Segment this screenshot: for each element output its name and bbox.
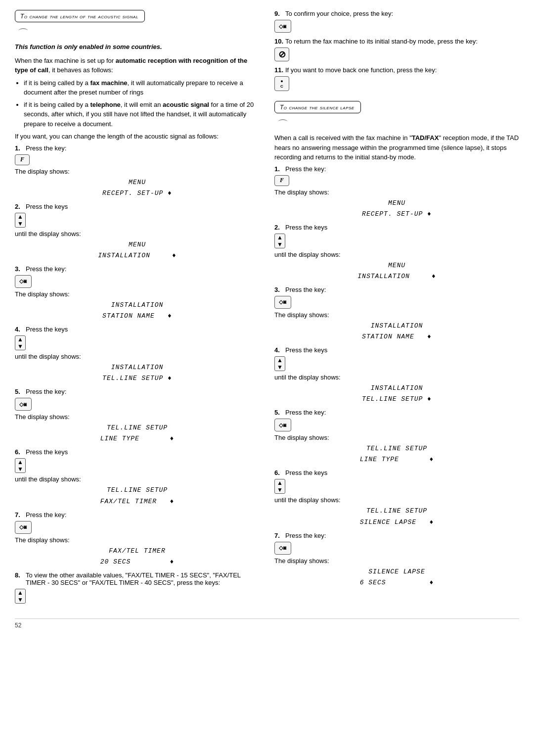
step-11-num: 11.	[274, 66, 285, 74]
arrow-updown-4[interactable]: ▲▼	[15, 589, 26, 604]
disp-3-line1: INSTALLATION	[15, 300, 260, 311]
step-10-num: 10.	[274, 38, 285, 45]
left-step-2: 2. Press the keys ▲▼ until the display s…	[15, 203, 260, 261]
step-6-row: 6. Press the keys	[15, 448, 260, 456]
r-step-3-num: 3.	[274, 286, 285, 293]
circle-key[interactable]: ⊘	[274, 47, 289, 61]
r-step-1: 1. Press the key: F The display shows: M…	[274, 165, 519, 220]
step-8-key: ▲▼	[15, 588, 260, 605]
step-5-num: 5.	[15, 388, 26, 395]
r-step-5: 5. Press the key: ◇▣ The display shows: …	[274, 409, 519, 465]
arrow-updown-1[interactable]: ▲▼	[15, 213, 26, 228]
r-step-1-display-label: The display shows:	[274, 189, 519, 196]
step-6-display: TEL.LINE SETUP FAX/TEL TIMER ♦	[15, 485, 260, 507]
step-7-key: ◇▣	[15, 520, 260, 535]
step-1-display-label: The display shows:	[15, 168, 260, 175]
left-step-5: 5. Press the key: ◇▣ The display shows: …	[15, 388, 260, 444]
r-step-2: 2. Press the keys ▲▼ until the display s…	[274, 224, 519, 282]
r-step-2-display-label: until the display shows:	[274, 251, 519, 258]
main-content: To change the length of the acoustic sig…	[15, 10, 519, 609]
r-step-3-text: Press the key:	[285, 286, 519, 293]
page-number: 52	[15, 622, 21, 629]
r-step-3-display-label: The display shows:	[274, 311, 519, 319]
stop-key[interactable]: ●C	[274, 76, 289, 91]
r-step-7-key: ◇▣	[274, 541, 519, 556]
r-diamond-key-2[interactable]: ◇▣	[274, 419, 291, 431]
right-intro: When a call is received with the fax mac…	[274, 133, 519, 162]
r-diamond-key-1[interactable]: ◇▣	[274, 296, 291, 309]
step-1-display: MENU RECEPT. SET-UP ♦	[15, 177, 260, 199]
diamond-key-3[interactable]: ◇▣	[15, 521, 32, 534]
r-step-2-num: 2.	[274, 224, 285, 231]
step-5-display-label: The display shows:	[15, 413, 260, 421]
r-step-4: 4. Press the keys ▲▼ until the display s…	[274, 346, 519, 405]
right-step-9: 9. To confirm your choice, press the key…	[274, 10, 519, 34]
diamond-key-1[interactable]: ◇▣	[15, 275, 32, 288]
step-6-num: 6.	[15, 448, 26, 456]
r-step-4-display: INSTALLATION TEL.LINE SETUP ♦	[274, 383, 519, 405]
r-step-1-num: 1.	[274, 165, 285, 173]
step-4-row: 4. Press the keys	[15, 326, 260, 333]
r-step-6-key: ▲▼	[274, 478, 519, 495]
step-6-display-label: until the display shows:	[15, 475, 260, 483]
r-step-4-text: Press the keys	[285, 346, 519, 354]
r-f-key-1[interactable]: F	[274, 175, 289, 186]
step-10-text: To return the fax machine to its initial…	[285, 38, 519, 45]
step-5-row: 5. Press the key:	[15, 388, 260, 395]
r-step-5-text: Press the key:	[285, 409, 519, 416]
curved-line-left: ⌒	[18, 28, 260, 39]
r-arrow-updown-3[interactable]: ▲▼	[274, 479, 285, 494]
step-9-text: To confirm your choice, press the key:	[285, 10, 519, 17]
change-intro: If you want, you can change the length o…	[15, 132, 260, 142]
disp-2-line1: MENU	[15, 239, 260, 250]
step-5-display: TEL.LINE SETUP LINE TYPE ♦	[15, 423, 260, 444]
r-step-7-display-label: The display shows:	[274, 557, 519, 565]
step-8-num: 8.	[15, 571, 26, 579]
arrow-updown-2[interactable]: ▲▼	[15, 335, 26, 350]
disp-7-line1: FAX/TEL TIMER	[15, 546, 260, 557]
left-step-8: 8. To view the other available values, "…	[15, 571, 260, 605]
step-11-key: ●C	[274, 75, 519, 92]
step-7-row: 7. Press the key:	[15, 511, 260, 519]
step-8-row: 8. To view the other available values, "…	[15, 571, 260, 586]
r-diamond-key-3[interactable]: ◇▣	[274, 542, 291, 555]
step-9-key: ◇▣	[274, 19, 519, 34]
r-arrow-updown-1[interactable]: ▲▼	[274, 234, 285, 248]
r-step-6-display: TEL.LINE SETUP SILENCE LAPSE ♦	[274, 506, 519, 527]
diamond-key-2[interactable]: ◇▣	[15, 398, 32, 411]
step-5-key: ◇▣	[15, 397, 260, 412]
bullet-1: if it is being called by a fax machine, …	[24, 78, 260, 97]
left-step-1: 1. Press the key: F The display shows: M…	[15, 144, 260, 199]
disp-5-line1: TEL.LINE SETUP	[15, 423, 260, 433]
step-2-num: 2.	[15, 203, 26, 210]
right-column: 9. To confirm your choice, press the key…	[274, 10, 519, 609]
left-bullet-list: if it is being called by a fax machine, …	[24, 78, 260, 129]
disp-2-line2: INSTALLATION ♦	[15, 250, 260, 261]
r-arrow-updown-2[interactable]: ▲▼	[274, 356, 285, 371]
page-footer: 52	[15, 618, 519, 629]
step-2-display: MENU INSTALLATION ♦	[15, 239, 260, 261]
left-section-header: To change the length of the acoustic sig…	[15, 10, 260, 39]
r-step-7-display: SILENCE LAPSE 6 SECS ♦	[274, 567, 519, 588]
step-2-text: Press the keys	[26, 203, 260, 210]
right-section-box: To change the silence lapse	[274, 101, 361, 113]
step-3-text: Press the key:	[26, 265, 260, 273]
disp-7-line2: 20 SECS ♦	[15, 557, 260, 567]
step-9-num: 9.	[274, 10, 285, 17]
step-7-num: 7.	[15, 511, 26, 519]
step-6-key: ▲▼	[15, 457, 260, 474]
r-step-7-text: Press the key:	[285, 532, 519, 539]
r-step-4-key: ▲▼	[274, 355, 519, 372]
r-step-1-key: F	[274, 174, 519, 187]
f-key-1[interactable]: F	[15, 154, 30, 165]
left-section-box: To change the length of the acoustic sig…	[15, 10, 145, 22]
diamond-key-4[interactable]: ◇▣	[274, 20, 291, 33]
arrow-updown-3[interactable]: ▲▼	[15, 458, 26, 473]
step-1-row: 1. Press the key:	[15, 144, 260, 152]
r-step-6-num: 6.	[274, 469, 285, 476]
step-8-text: To view the other available values, "FAX…	[26, 571, 260, 586]
step-4-key: ▲▼	[15, 334, 260, 351]
step-7-display: FAX/TEL TIMER 20 SECS ♦	[15, 546, 260, 567]
page-layout: To change the length of the acoustic sig…	[15, 10, 519, 629]
left-column: To change the length of the acoustic sig…	[15, 10, 260, 609]
